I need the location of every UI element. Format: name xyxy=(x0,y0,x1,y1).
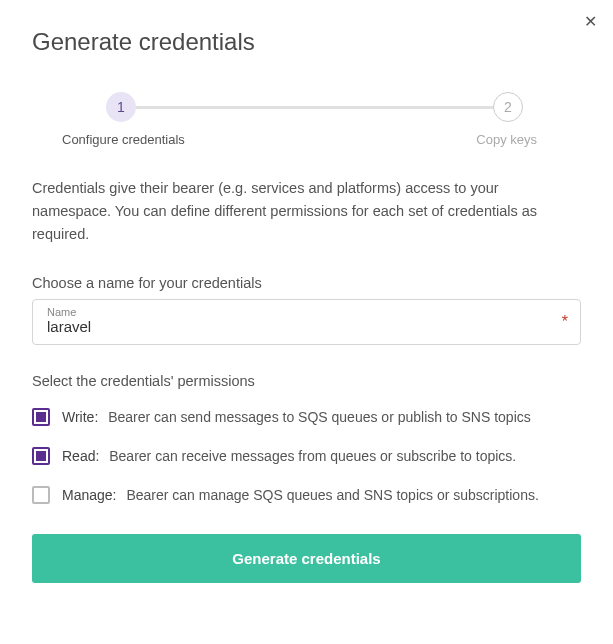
required-indicator: * xyxy=(562,313,568,331)
permission-name: Read: xyxy=(62,448,99,464)
close-icon: ✕ xyxy=(584,13,597,30)
step-2-circle: 2 xyxy=(493,92,523,122)
read-checkbox[interactable] xyxy=(32,447,50,465)
step-1-label: Configure credentials xyxy=(62,132,185,147)
generate-credentials-button[interactable]: Generate credentials xyxy=(32,534,581,583)
name-section-label: Choose a name for your credentials xyxy=(32,275,581,291)
permission-desc: Bearer can manage SQS queues and SNS top… xyxy=(126,487,538,503)
modal-title: Generate credentials xyxy=(32,28,581,56)
permission-text: Manage: Bearer can manage SQS queues and… xyxy=(62,485,581,506)
write-checkbox[interactable] xyxy=(32,408,50,426)
permission-desc: Bearer can send messages to SQS queues o… xyxy=(108,409,531,425)
close-button[interactable]: ✕ xyxy=(584,12,597,31)
name-input[interactable] xyxy=(47,318,566,335)
step-2-label: Copy keys xyxy=(476,132,537,147)
permission-text: Write: Bearer can send messages to SQS q… xyxy=(62,407,581,428)
step-connector xyxy=(136,106,493,109)
step-labels: Configure credentials Copy keys xyxy=(32,132,581,147)
permission-row-read: Read: Bearer can receive messages from q… xyxy=(32,446,581,467)
permission-name: Write: xyxy=(62,409,98,425)
generate-credentials-modal: ✕ Generate credentials 1 2 Configure cre… xyxy=(0,0,613,644)
description-text: Credentials give their bearer (e.g. serv… xyxy=(32,177,581,247)
checkbox-checked-icon xyxy=(36,451,46,461)
permission-row-manage: Manage: Bearer can manage SQS queues and… xyxy=(32,485,581,506)
permission-row-write: Write: Bearer can send messages to SQS q… xyxy=(32,407,581,428)
manage-checkbox[interactable] xyxy=(32,486,50,504)
permission-name: Manage: xyxy=(62,487,116,503)
permissions-section-label: Select the credentials' permissions xyxy=(32,373,581,389)
stepper: 1 2 xyxy=(32,92,581,122)
step-1-circle: 1 xyxy=(106,92,136,122)
name-input-wrapper[interactable]: Name * xyxy=(32,299,581,345)
permission-text: Read: Bearer can receive messages from q… xyxy=(62,446,581,467)
permission-desc: Bearer can receive messages from queues … xyxy=(109,448,516,464)
name-floating-label: Name xyxy=(47,306,566,318)
checkbox-checked-icon xyxy=(36,412,46,422)
